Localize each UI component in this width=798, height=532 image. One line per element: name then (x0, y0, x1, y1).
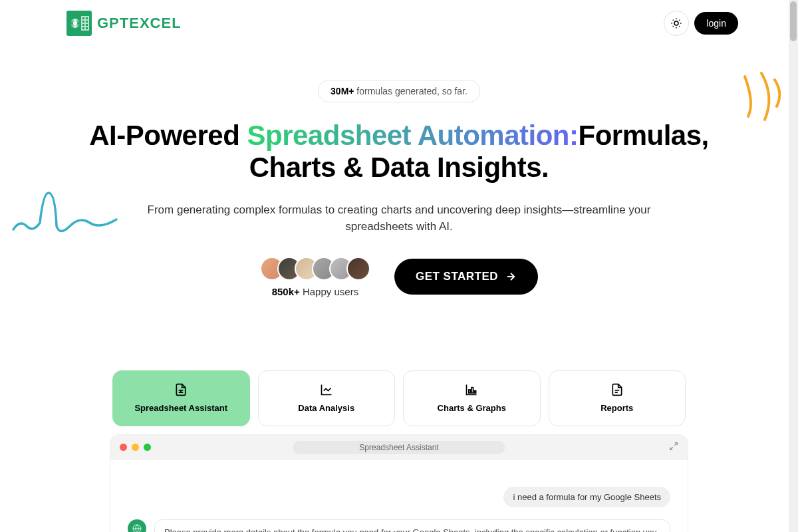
feature-tabs: Spreadsheet Assistant Data Analysis Char… (110, 370, 688, 426)
svg-line-18 (674, 442, 677, 445)
decoration-squiggle-right (738, 70, 785, 123)
svg-line-3 (673, 20, 674, 21)
stats-count: 30M+ (331, 86, 354, 96)
svg-line-8 (680, 20, 680, 21)
user-message-row: i need a formula for my Google Sheets (128, 487, 670, 507)
arrow-right-icon (505, 271, 517, 283)
assistant-avatar (128, 519, 146, 532)
window-maximize-icon (144, 444, 151, 451)
hero-section: 30M+ formulas generated, so far. AI-Powe… (0, 47, 798, 297)
user-message-bubble: i need a formula for my Google Sheets (503, 487, 670, 507)
tab-label: Data Analysis (298, 403, 354, 413)
sun-icon (670, 17, 682, 29)
tab-spreadsheet-assistant[interactable]: Spreadsheet Assistant (112, 370, 250, 426)
svg-rect-13 (469, 390, 471, 393)
stats-suffix: formulas generated, so far. (354, 86, 467, 96)
file-spreadsheet-icon (174, 383, 188, 396)
scrollbar[interactable] (789, 0, 798, 532)
hero-heading: AI-Powered Spreadsheet Automation:Formul… (47, 120, 751, 184)
svg-line-7 (673, 26, 674, 27)
users-count: 850k+ (272, 286, 300, 297)
demo-body: i need a formula for my Google Sheets Pl… (110, 460, 688, 532)
svg-line-4 (680, 26, 680, 27)
demo-titlebar: Spreadsheet Assistant (110, 435, 688, 460)
expand-icon (669, 442, 678, 451)
hero-subtitle: From generating complex formulas to crea… (140, 201, 658, 235)
tab-label: Spreadsheet Assistant (134, 403, 227, 413)
tab-label: Charts & Graphs (438, 403, 506, 413)
svg-line-19 (670, 447, 673, 450)
svg-rect-15 (474, 390, 476, 392)
bar-chart-icon (465, 383, 478, 396)
demo-window-title: Spreadsheet Assistant (293, 441, 505, 454)
scrollbar-thumb[interactable] (790, 1, 797, 41)
svg-point-0 (674, 21, 678, 25)
window-minimize-icon (132, 444, 139, 451)
heading-gradient: Spreadsheet Automation: (247, 120, 579, 151)
get-started-label: GET STARTED (416, 270, 498, 283)
tab-charts-graphs[interactable]: Charts & Graphs (403, 370, 541, 426)
login-button[interactable]: login (694, 12, 738, 35)
decoration-squiggle-left (10, 186, 120, 246)
globe-grid-icon (132, 523, 142, 532)
window-close-icon (120, 444, 127, 451)
expand-button[interactable] (669, 442, 678, 454)
tab-label: Reports (600, 403, 633, 413)
assistant-message-bubble: Please provide more details about the fo… (154, 519, 670, 532)
users-suffix: Happy users (300, 286, 358, 297)
stats-badge: 30M+ formulas generated, so far. (318, 80, 480, 102)
tab-data-analysis[interactable]: Data Analysis (258, 370, 396, 426)
brand-logo[interactable]: GPTEXCEL (66, 11, 182, 36)
file-text-icon (610, 383, 624, 396)
demo-window: Spreadsheet Assistant i need a formula f… (110, 434, 688, 532)
social-proof: 850k+ Happy users (260, 257, 370, 297)
brand-name: GPTEXCEL (97, 15, 182, 32)
get-started-button[interactable]: GET STARTED (394, 259, 538, 295)
users-count-text: 850k+ Happy users (272, 286, 359, 297)
heading-pre: AI-Powered (89, 120, 247, 151)
site-header: GPTEXCEL login (0, 0, 798, 47)
line-chart-icon (320, 383, 333, 396)
user-avatars (260, 257, 370, 281)
assistant-message-row: Please provide more details about the fo… (128, 519, 670, 532)
logo-icon (66, 11, 92, 36)
theme-toggle-button[interactable] (664, 11, 689, 36)
avatar (346, 257, 370, 281)
tab-reports[interactable]: Reports (549, 370, 686, 426)
traffic-lights (120, 444, 151, 451)
svg-rect-14 (471, 387, 473, 392)
